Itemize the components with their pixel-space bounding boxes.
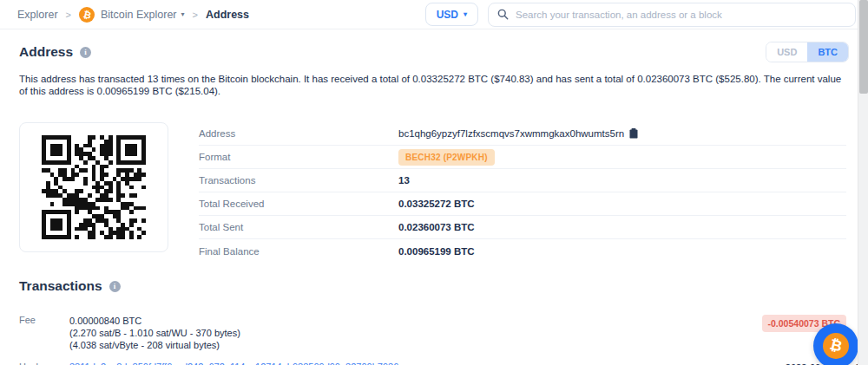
transaction-fee-row: Fee 0.00000840 BTC (2.270 sat/B - 1.010 … bbox=[19, 315, 849, 351]
search-icon bbox=[497, 9, 509, 20]
search-bar[interactable] bbox=[488, 3, 856, 27]
transactions-count: 13 bbox=[398, 175, 410, 186]
chevron-right-icon: > bbox=[193, 10, 198, 20]
info-icon[interactable]: i bbox=[109, 281, 121, 292]
row-label: Total Received bbox=[199, 199, 398, 209]
transaction-hash-link[interactable]: 3811de2ea8da850fd7ff6ced242a672e114ac127… bbox=[69, 362, 849, 365]
currency-dropdown-button[interactable]: USD ▾ bbox=[425, 3, 478, 26]
blockchain-explorer-page: Explorer > ₿ Bitcoin Explorer ▾ > Addres… bbox=[0, 0, 868, 365]
copy-icon[interactable] bbox=[629, 128, 638, 139]
info-icon[interactable]: i bbox=[80, 47, 91, 58]
transactions-section-header: Transactions i bbox=[0, 278, 868, 296]
table-row: Total Sent 0.02360073 BTC bbox=[199, 216, 846, 239]
page-title: Address i bbox=[19, 44, 91, 60]
table-row: Total Received 0.03325272 BTC bbox=[199, 192, 846, 216]
fee-label: Fee bbox=[19, 315, 69, 325]
breadcrumb-current-address: Address bbox=[206, 9, 249, 21]
floating-bitcoin-button[interactable]: ₿ bbox=[813, 323, 858, 365]
bitcoin-icon: ₿ bbox=[79, 7, 95, 23]
toggle-usd-button[interactable]: USD bbox=[766, 42, 807, 62]
fee-details: 0.00000840 BTC (2.270 sat/B - 1.010 sat/… bbox=[69, 315, 762, 351]
total-received-value: 0.03325272 BTC bbox=[398, 199, 475, 209]
table-row: Format BECH32 (P2WPKH) bbox=[199, 146, 846, 169]
currency-unit-toggle: USD BTC bbox=[766, 42, 849, 62]
row-label: Final Balance bbox=[199, 246, 398, 257]
transactions-title: Transactions bbox=[19, 278, 102, 294]
currency-dropdown-label: USD bbox=[437, 9, 458, 21]
table-row: Final Balance 0.00965199 BTC bbox=[199, 239, 846, 263]
address-section-header: Address i USD BTC bbox=[0, 42, 868, 62]
transaction-hash-row: Hash 3811de2ea8da850fd7ff6ced242a672e114… bbox=[19, 362, 849, 365]
fee-vbyte-line: (4.038 sat/vByte - 208 virtual bytes) bbox=[69, 339, 762, 351]
toggle-btc-button[interactable]: BTC bbox=[807, 42, 848, 62]
hash-label: Hash bbox=[19, 362, 69, 365]
address-value: bc1qhg6ypzyf7lzfxscmqvs7xwmmgkax0hwumts5… bbox=[398, 128, 638, 139]
address-overview: Address bc1qhg6ypzyf7lzfxscmqvs7xwmmgkax… bbox=[19, 122, 849, 263]
breadcrumb-bitcoin-explorer[interactable]: ₿ Bitcoin Explorer ▾ bbox=[79, 7, 185, 23]
row-label: Address bbox=[199, 128, 398, 139]
address-details-table: Address bc1qhg6ypzyf7lzfxscmqvs7xwmmgkax… bbox=[199, 122, 849, 263]
row-label: Transactions bbox=[199, 175, 398, 186]
search-input[interactable] bbox=[516, 10, 846, 20]
qr-code-card bbox=[19, 122, 168, 252]
vertical-scrollbar[interactable] bbox=[858, 0, 868, 365]
caret-down-icon: ▾ bbox=[181, 10, 185, 18]
chevron-right-icon: > bbox=[66, 10, 71, 20]
address-summary-text: This address has transacted 13 times on … bbox=[0, 73, 868, 97]
row-label: Total Sent bbox=[199, 222, 398, 232]
top-bar: Explorer > ₿ Bitcoin Explorer ▾ > Addres… bbox=[0, 0, 868, 29]
caret-down-icon: ▾ bbox=[464, 10, 467, 18]
bitcoin-icon: ₿ bbox=[823, 333, 849, 359]
final-balance-value: 0.00965199 BTC bbox=[398, 246, 475, 257]
fee-rate-line: (2.270 sat/B - 1.010 sat/WU - 370 bytes) bbox=[69, 327, 762, 339]
row-label: Format bbox=[199, 152, 398, 162]
format-badge: BECH32 (P2WPKH) bbox=[398, 149, 495, 166]
breadcrumb-explorer[interactable]: Explorer bbox=[17, 9, 58, 21]
qr-code bbox=[42, 135, 146, 239]
breadcrumb-bitcoin-explorer-label: Bitcoin Explorer bbox=[101, 9, 177, 21]
table-row: Address bc1qhg6ypzyf7lzfxscmqvs7xwmmgkax… bbox=[199, 122, 846, 146]
total-sent-value: 0.02360073 BTC bbox=[398, 222, 475, 232]
fee-amount: 0.00000840 BTC bbox=[69, 315, 762, 327]
page-title-text: Address bbox=[19, 44, 73, 60]
table-row: Transactions 13 bbox=[199, 169, 846, 192]
scrollbar-thumb[interactable] bbox=[859, 0, 868, 94]
